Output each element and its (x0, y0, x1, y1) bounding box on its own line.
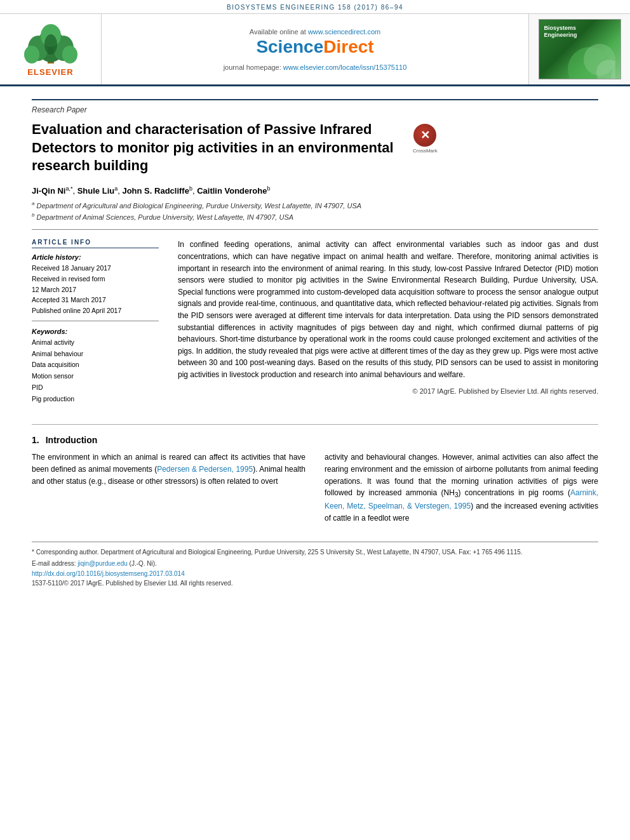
keyword-2: Animal behaviour (32, 349, 159, 359)
author-2-name: Shule Liu (77, 186, 115, 196)
pedersen-1995-link[interactable]: Pedersen & Pedersen, 1995 (157, 465, 253, 474)
article-info-col: ARTICLE INFO Article history: Received 1… (32, 239, 159, 405)
center-banner: Available online at www.sciencedirect.co… (102, 14, 528, 84)
svg-point-5 (24, 46, 39, 63)
keyword-4: Motion sensor (32, 371, 159, 382)
copyright-line: © 2017 IAgrE. Published by Elsevier Ltd.… (178, 387, 598, 395)
published-online-date: Published online 20 April 2017 (32, 306, 159, 316)
science-part: Science (256, 37, 323, 57)
author-3-name: John S. Radcliffe (122, 186, 189, 196)
author-4-sup: b (267, 185, 270, 192)
sciencedirect-url-link[interactable]: www.sciencedirect.com (308, 28, 380, 36)
article-info-section-label: ARTICLE INFO (32, 239, 159, 248)
elsevier-label: ELSEVIER (27, 67, 73, 77)
authors-line: Ji-Qin Nia,*, Shule Liua, John S. Radcli… (32, 185, 598, 196)
accepted-date: Accepted 31 March 2017 (32, 295, 159, 305)
affiliation-1: a Department of Agricultural and Biologi… (32, 201, 598, 210)
title-crossmark-row: Evaluation and characterisation of Passi… (32, 121, 598, 185)
corresponding-author-footnote: * Corresponding author. Department of Ag… (32, 547, 598, 557)
crossmark-box[interactable]: ✕ CrossMark (413, 124, 438, 154)
journal-header: BIOSYSTEMS ENGINEERING 158 (2017) 86–94 (0, 0, 630, 14)
history-separator (32, 321, 159, 321)
journal-header-text: BIOSYSTEMS ENGINEERING 158 (2017) 86–94 (227, 4, 403, 11)
journal-cover-box: Biosystems Engineering (528, 14, 630, 84)
article-info-abstract-row: ARTICLE INFO Article history: Received 1… (32, 239, 598, 405)
cover-art-decoration (539, 41, 615, 79)
elsevier-tree-icon (13, 22, 89, 67)
article-history-label: Article history: (32, 253, 159, 261)
email-footnote: E-mail address: jiqin@purdue.edu (J.-Q. … (32, 559, 598, 568)
crossmark-icon: ✕ (413, 124, 436, 147)
article-title: Evaluation and characterisation of Passi… (32, 121, 400, 175)
elsevier-logo-box: ELSEVIER (0, 14, 102, 84)
author-1-sup: a,* (65, 185, 72, 192)
intro-para-1: The environment in which an animal is re… (32, 451, 305, 487)
intro-section-number: 1. (32, 435, 39, 445)
journal-homepage: journal homepage: www.elsevier.com/locat… (224, 63, 407, 71)
article-type-label: Research Paper (32, 99, 598, 114)
direct-part: Direct (323, 37, 373, 57)
author-2-sup: a (114, 185, 117, 192)
publisher-banner: ELSEVIER Available online at www.science… (0, 14, 630, 86)
issn-line: 1537-5110/© 2017 IAgrE. Published by Els… (32, 578, 598, 588)
received-revised-label: Received in revised form (32, 274, 159, 284)
intro-para-2: activity and behavioural changes. Howeve… (325, 451, 598, 524)
introduction-heading: 1. Introduction (32, 435, 598, 445)
author-4-name: Caitlin Vonderohe (197, 186, 267, 196)
crossmark-label: CrossMark (413, 148, 438, 154)
introduction-section: 1. Introduction The environment in which… (32, 424, 598, 529)
abstract-col: In confined feeding operations, animal a… (178, 239, 598, 405)
intro-left-col: The environment in which an animal is re… (32, 451, 305, 529)
separator-line (32, 229, 598, 230)
keyword-3: Data acquisition (32, 360, 159, 370)
introduction-two-col: The environment in which an animal is re… (32, 451, 598, 529)
journal-homepage-link[interactable]: www.elsevier.com/locate/issn/15375110 (283, 63, 406, 71)
available-online: Available online at www.sciencedirect.co… (250, 28, 380, 36)
svg-point-6 (62, 46, 77, 63)
author-3-sup: b (189, 185, 192, 192)
svg-point-8 (44, 34, 57, 55)
abstract-text: In confined feeding operations, animal a… (178, 239, 598, 380)
sciencedirect-logo: ScienceDirect (256, 37, 373, 57)
main-content: Research Paper Evaluation and characteri… (0, 86, 630, 603)
keyword-6: Pig production (32, 394, 159, 404)
journal-cover-image: Biosystems Engineering (539, 19, 621, 79)
affiliation-2: b Department of Animal Sciences, Purdue … (32, 212, 598, 221)
aarnink-1995-link[interactable]: Aarnink, Keen, Metz, Speelman, & Versteg… (325, 488, 598, 510)
received-date: Received 18 January 2017 (32, 263, 159, 273)
email-link[interactable]: jiqin@purdue.edu (77, 560, 128, 567)
footer-notes: * Corresponding author. Department of Ag… (32, 542, 598, 588)
keywords-label: Keywords: (32, 328, 159, 335)
intro-section-title: Introduction (46, 435, 98, 445)
journal-cover-title: Biosystems Engineering (542, 23, 579, 41)
keyword-5: PID (32, 383, 159, 393)
intro-right-col: activity and behavioural changes. Howeve… (325, 451, 598, 529)
author-1-name: Ji-Qin Ni (32, 186, 65, 196)
received-revised-date: 12 March 2017 (32, 285, 159, 295)
keyword-1: Animal activity (32, 338, 159, 348)
doi-link[interactable]: http://dx.doi.org/10.1016/j.biosystemsen… (32, 570, 598, 577)
